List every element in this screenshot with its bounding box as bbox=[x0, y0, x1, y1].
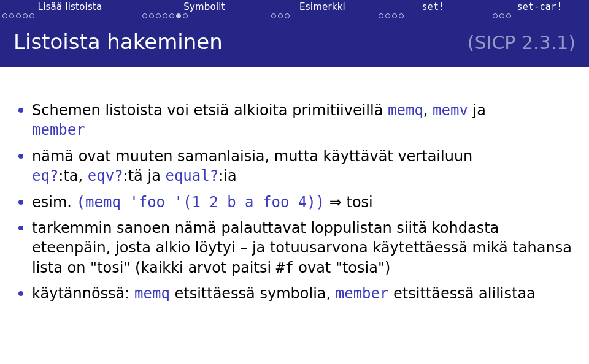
progress-dot bbox=[278, 13, 283, 18]
progress-dot bbox=[169, 13, 174, 18]
page-subtitle: (SICP 2.3.1) bbox=[468, 32, 576, 53]
text: Schemen listoista voi etsiä alkioita pri… bbox=[32, 102, 388, 119]
progress-dot bbox=[29, 13, 34, 18]
text: :tä ja bbox=[123, 167, 166, 184]
code-memq-2: memq bbox=[134, 285, 170, 302]
progress-dot bbox=[142, 13, 147, 18]
nav-section[interactable]: Symbolit bbox=[140, 1, 269, 18]
nav-section-label: Esimerkki bbox=[269, 1, 376, 12]
code-eqv: eqv? bbox=[88, 167, 123, 184]
nav-section[interactable]: Esimerkki bbox=[269, 1, 376, 18]
text: ja bbox=[468, 102, 486, 119]
nav-section-label: Lisää listoista bbox=[0, 1, 140, 12]
progress-dot bbox=[149, 13, 154, 18]
progress-dot bbox=[9, 13, 14, 18]
code-memq: memq bbox=[388, 102, 423, 119]
nav-section-label: set! bbox=[376, 1, 490, 12]
progress-dot bbox=[183, 13, 188, 18]
code-equal: equal? bbox=[165, 167, 218, 184]
progress-dot bbox=[506, 13, 511, 18]
code-member: member bbox=[32, 121, 85, 138]
bullet-4: tarkemmin sanoen nämä palauttavat loppul… bbox=[13, 218, 576, 278]
text: :ia bbox=[218, 167, 236, 184]
bullet-list: Schemen listoista voi etsiä alkioita pri… bbox=[13, 100, 576, 304]
nav-section[interactable]: set! bbox=[376, 1, 490, 18]
progress-dot bbox=[2, 13, 7, 18]
text: ovat "tosia") bbox=[294, 259, 391, 276]
progress-dot bbox=[379, 13, 383, 18]
nav-progress-dots bbox=[376, 12, 490, 18]
nav-section[interactable]: Lisää listoista bbox=[0, 1, 140, 18]
code-eq: eq? bbox=[32, 167, 58, 184]
text: esim. bbox=[32, 194, 77, 211]
nav-section-label: set-car! bbox=[490, 1, 589, 12]
progress-dot bbox=[285, 13, 290, 18]
text: , bbox=[423, 102, 433, 119]
code-memv: memv bbox=[433, 102, 468, 119]
nav-progress-dots bbox=[269, 12, 376, 18]
slide-body: Schemen listoista voi etsiä alkioita pri… bbox=[0, 67, 589, 304]
progress-dot bbox=[399, 13, 404, 18]
bullet-2: nämä ovat muuten samanlaisia, mutta käyt… bbox=[13, 146, 576, 186]
progress-dot bbox=[271, 13, 276, 18]
progress-dot bbox=[499, 13, 504, 18]
text: nämä ovat muuten samanlaisia, mutta käyt… bbox=[32, 148, 472, 165]
nav-progress-dots bbox=[490, 12, 589, 18]
text: etsittäessä alilistaa bbox=[388, 285, 535, 302]
nav-section-label: Symbolit bbox=[140, 1, 269, 12]
headline: Lisää listoistaSymbolitEsimerkkiset!set-… bbox=[0, 0, 589, 67]
progress-dot bbox=[392, 13, 397, 18]
title-row: Listoista hakeminen (SICP 2.3.1) bbox=[0, 21, 589, 67]
slide: { "nav": { "sections": [ { "label": "Lis… bbox=[0, 0, 589, 364]
code-example: (memq 'foo '(1 2 b a foo 4)) bbox=[77, 194, 325, 211]
bullet-3: esim. (memq 'foo '(1 2 b a foo 4)) ⇒ tos… bbox=[13, 192, 576, 212]
progress-dot bbox=[176, 13, 181, 18]
nav-progress-dots bbox=[140, 12, 269, 18]
code-false: #f bbox=[276, 259, 294, 276]
text: käytännössä: bbox=[32, 285, 134, 302]
progress-dot bbox=[23, 13, 28, 18]
nav-progress-dots bbox=[0, 12, 140, 18]
page-title: Listoista hakeminen bbox=[13, 29, 223, 54]
code-member-2: member bbox=[336, 285, 389, 302]
bullet-5: käytännössä: memq etsittäessä symbolia, … bbox=[13, 284, 576, 303]
progress-dot bbox=[156, 13, 161, 18]
progress-dot bbox=[385, 13, 390, 18]
bullet-1: Schemen listoista voi etsiä alkioita pri… bbox=[13, 100, 576, 140]
nav-bar: Lisää listoistaSymbolitEsimerkkiset!set-… bbox=[0, 0, 589, 21]
nav-section[interactable]: set-car! bbox=[490, 1, 589, 18]
text: ⇒ tosi bbox=[325, 194, 373, 211]
text: etsittäessä symbolia, bbox=[170, 285, 336, 302]
progress-dot bbox=[163, 13, 167, 18]
progress-dot bbox=[493, 13, 498, 18]
text: :ta, bbox=[58, 167, 87, 184]
progress-dot bbox=[16, 13, 21, 18]
